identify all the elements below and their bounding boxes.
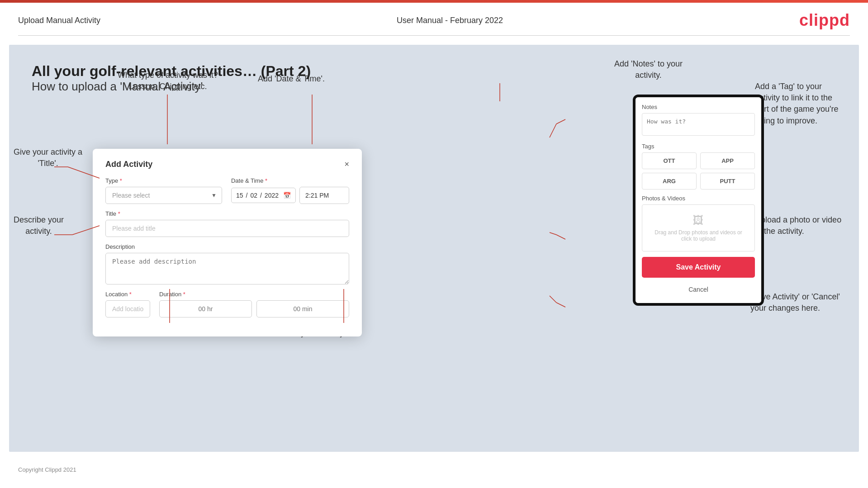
location-required: * <box>129 291 132 298</box>
date-month: 02 <box>250 192 257 199</box>
footer: Copyright Clippd 2021 <box>0 461 868 479</box>
duration-inputs <box>159 300 349 317</box>
calendar-icon: 📅 <box>283 192 291 199</box>
date-sep1: / <box>246 192 247 199</box>
annotation-give-title: Give your activity a'Title'. <box>14 147 82 169</box>
type-label: Type * <box>105 177 222 184</box>
form-group-location: Location * <box>105 291 150 317</box>
cancel-button[interactable]: Cancel <box>642 282 755 297</box>
upload-icon: 🖼 <box>651 214 745 227</box>
type-select-wrapper: Please select ▼ <box>105 187 222 204</box>
description-label: Description <box>105 243 349 250</box>
svg-line-16 <box>556 235 565 239</box>
upload-text: Drag and Drop photos and videos or click… <box>651 229 745 242</box>
description-textarea[interactable] <box>105 253 349 284</box>
annotation-date-time: Add 'Date & Time'. <box>258 74 325 84</box>
datetime-label: Date & Time * <box>231 177 349 184</box>
copyright: Copyright Clippd 2021 <box>18 466 76 473</box>
location-input[interactable] <box>105 300 150 317</box>
title-field-label: Title * <box>105 210 349 217</box>
duration-required: * <box>183 291 185 298</box>
photos-label: Photos & Videos <box>642 195 755 202</box>
form-group-duration: Duration * <box>159 291 349 317</box>
date-input[interactable]: 15 / 02 / 2022 📅 <box>231 188 296 203</box>
main-content: All your golf-relevant activities… (Part… <box>9 45 859 452</box>
tags-grid: OTT APP ARG PUTT <box>642 152 755 190</box>
svg-line-18 <box>556 303 565 307</box>
tag-ott[interactable]: OTT <box>642 152 697 169</box>
form-group-datetime: Date & Time * 15 / 02 / 2022 📅 <box>231 177 349 204</box>
svg-line-19 <box>550 296 556 303</box>
page-label: Upload Manual Activity <box>18 16 100 25</box>
tag-arg[interactable]: ARG <box>642 173 697 190</box>
type-select[interactable]: Please select <box>105 187 222 204</box>
notes-label: Notes <box>642 104 755 110</box>
phone-panel: Notes Tags OTT APP ARG PUTT Photos & Vid… <box>633 95 764 306</box>
annotation-tag: Add a 'Tag' to your activity to link it … <box>755 81 845 127</box>
add-activity-modal: Add Activity × Type * Please select ▼ Da… <box>93 149 362 336</box>
form-row-location-duration: Location * Duration * <box>105 291 349 317</box>
form-group-type: Type * Please select ▼ <box>105 177 222 204</box>
modal-title: Add Activity <box>105 160 152 169</box>
phone-inner: Notes Tags OTT APP ARG PUTT Photos & Vid… <box>636 97 761 303</box>
duration-label: Duration * <box>159 291 349 298</box>
form-group-title: Title * <box>105 210 349 237</box>
time-input[interactable] <box>299 187 349 204</box>
svg-line-14 <box>556 119 565 124</box>
notes-textarea[interactable] <box>642 113 755 136</box>
modal-header: Add Activity × <box>105 160 349 169</box>
annotation-describe: Describe youractivity. <box>14 214 64 237</box>
date-year: 2022 <box>265 192 279 199</box>
date-sep2: / <box>260 192 262 199</box>
modal-close-button[interactable]: × <box>344 160 349 169</box>
tags-label: Tags <box>642 143 755 150</box>
form-group-description: Description <box>105 243 349 284</box>
header: Upload Manual Activity User Manual - Feb… <box>0 3 868 35</box>
notes-section: Notes <box>642 104 755 137</box>
duration-hours-input[interactable] <box>159 300 252 317</box>
title-input[interactable] <box>105 220 349 237</box>
annotation-save: 'Save Activity' or 'Cancel' your changes… <box>750 291 845 314</box>
tags-section: Tags OTT APP ARG PUTT <box>642 143 755 190</box>
annotation-upload: Upload a photo or video to the activity. <box>755 214 845 237</box>
header-divider <box>18 35 850 36</box>
svg-line-17 <box>550 232 556 235</box>
upload-area[interactable]: 🖼 Drag and Drop photos and videos or cli… <box>642 204 755 251</box>
datetime-required: * <box>265 177 267 184</box>
annotation-notes: Add 'Notes' to youractivity. <box>614 58 683 81</box>
date-day: 15 <box>236 192 243 199</box>
annotation-what-type: What type of activity was it?Lesson, Chi… <box>118 70 218 92</box>
manual-label: User Manual - February 2022 <box>397 16 503 25</box>
duration-minutes-input[interactable] <box>256 300 349 317</box>
svg-line-15 <box>550 124 556 137</box>
type-required: * <box>120 177 122 184</box>
form-row-type-date: Type * Please select ▼ Date & Time * 15 … <box>105 177 349 204</box>
logo: clippd <box>799 11 850 30</box>
title-required: * <box>118 210 120 217</box>
location-label: Location * <box>105 291 150 298</box>
photos-section: Photos & Videos 🖼 Drag and Drop photos a… <box>642 195 755 251</box>
tag-app[interactable]: APP <box>700 152 755 169</box>
save-activity-button[interactable]: Save Activity <box>642 257 755 278</box>
phone-frame: Notes Tags OTT APP ARG PUTT Photos & Vid… <box>633 95 764 306</box>
tag-putt[interactable]: PUTT <box>700 173 755 190</box>
